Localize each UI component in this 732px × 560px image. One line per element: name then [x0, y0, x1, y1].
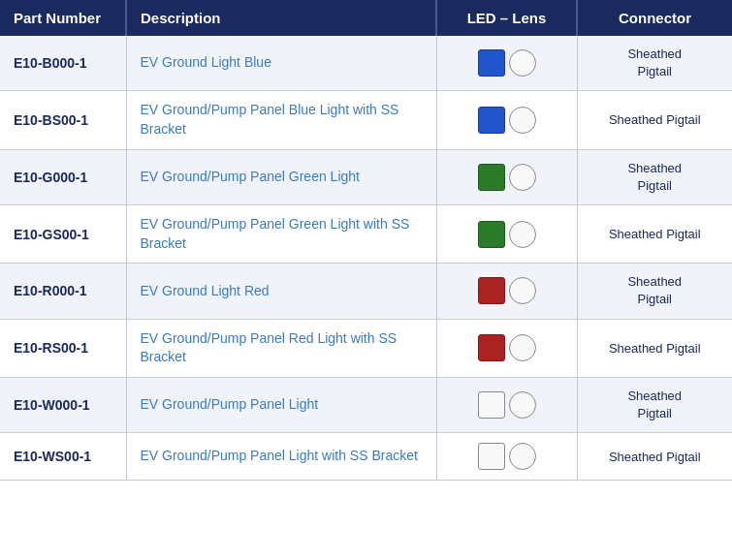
- led-icon: [478, 277, 505, 304]
- lens-icon: [509, 49, 536, 77]
- description-text: EV Ground Light Blue: [141, 54, 271, 70]
- led-icon: [478, 221, 505, 248]
- cell-description: EV Ground/Pump Panel Light with SS Brack…: [126, 433, 436, 481]
- cell-led-lens: [436, 264, 577, 319]
- cell-led-lens: [436, 319, 577, 377]
- lens-icon: [509, 221, 536, 248]
- cell-led-lens: [436, 91, 577, 149]
- led-icon: [478, 334, 505, 361]
- cell-connector: Sheathed Pigtail: [577, 204, 732, 263]
- cell-led-lens: [436, 36, 577, 91]
- col-header-led-lens: LED – Lens: [436, 0, 577, 36]
- led-icon: [478, 49, 505, 77]
- led-icon: [478, 107, 505, 134]
- cell-part-number: E10-WS00-1: [0, 433, 126, 481]
- lens-icon: [509, 277, 536, 304]
- part-number-text: E10-WS00-1: [14, 449, 91, 464]
- table-row: E10-GS00-1EV Ground/Pump Panel Green Lig…: [0, 204, 732, 263]
- part-number-text: E10-R000-1: [14, 283, 87, 298]
- cell-led-lens: [436, 204, 577, 263]
- led-icon: [478, 391, 505, 419]
- table-row: E10-BS00-1EV Ground/Pump Panel Blue Ligh…: [0, 91, 732, 149]
- connector-text: Pigtail: [638, 64, 672, 78]
- lens-icon: [509, 334, 536, 361]
- lens-icon: [509, 107, 536, 134]
- cell-description: EV Ground/Pump Panel Green Light: [126, 149, 436, 204]
- cell-part-number: E10-B000-1: [0, 36, 126, 91]
- led-icon: [478, 443, 505, 470]
- part-number-text: E10-B000-1: [14, 55, 87, 71]
- part-number-text: E10-G000-1: [14, 170, 87, 185]
- part-number-text: E10-RS00-1: [14, 340, 88, 356]
- description-text: EV Ground/Pump Panel Green Light: [141, 169, 360, 184]
- description-text: EV Ground/Pump Panel Blue Light with SS …: [141, 102, 399, 137]
- col-header-part-number: Part Number: [0, 0, 126, 36]
- product-table-container: Part Number Description LED – Lens Conne…: [0, 0, 732, 481]
- cell-connector: Sheathed Pigtail: [577, 91, 732, 149]
- part-number-text: E10-W000-1: [14, 397, 90, 413]
- connector-text: Sheathed: [627, 161, 682, 175]
- connector-text: Pigtail: [638, 178, 672, 193]
- cell-part-number: E10-BS00-1: [0, 91, 126, 149]
- cell-connector: SheathedPigtail: [577, 377, 732, 432]
- table-row: E10-W000-1EV Ground/Pump Panel LightShea…: [0, 377, 732, 432]
- part-number-text: E10-BS00-1: [14, 112, 88, 128]
- col-header-connector: Connector: [577, 0, 732, 36]
- description-text: EV Ground/Pump Panel Red Light with SS B…: [141, 330, 398, 365]
- cell-led-lens: [436, 377, 577, 432]
- cell-description: EV Ground/Pump Panel Red Light with SS B…: [126, 319, 436, 377]
- cell-connector: Sheathed Pigtail: [577, 433, 732, 481]
- cell-description: EV Ground Light Blue: [126, 36, 436, 91]
- table-row: E10-RS00-1EV Ground/Pump Panel Red Light…: [0, 319, 732, 377]
- part-number-text: E10-GS00-1: [14, 227, 89, 242]
- cell-description: EV Ground/Pump Panel Light: [126, 377, 436, 432]
- description-text: EV Ground/Pump Panel Light with SS Brack…: [141, 448, 418, 463]
- connector-text: Sheathed: [627, 389, 682, 403]
- table-row: E10-G000-1EV Ground/Pump Panel Green Lig…: [0, 149, 732, 204]
- cell-led-lens: [436, 433, 577, 481]
- cell-led-lens: [436, 149, 577, 204]
- lens-icon: [509, 164, 536, 191]
- table-header-row: Part Number Description LED – Lens Conne…: [0, 0, 732, 36]
- lens-icon: [509, 443, 536, 470]
- cell-part-number: E10-RS00-1: [0, 319, 126, 377]
- cell-connector: Sheathed Pigtail: [577, 319, 732, 377]
- description-text: EV Ground/Pump Panel Green Light with SS…: [141, 216, 410, 251]
- description-text: EV Ground Light Red: [141, 283, 270, 298]
- cell-connector: SheathedPigtail: [577, 36, 732, 91]
- cell-part-number: E10-GS00-1: [0, 204, 126, 263]
- connector-text: Pigtail: [638, 406, 672, 420]
- table-row: E10-B000-1EV Ground Light BlueSheathedPi…: [0, 36, 732, 91]
- cell-connector: SheathedPigtail: [577, 149, 732, 204]
- lens-icon: [509, 391, 536, 419]
- connector-text: Pigtail: [638, 292, 672, 306]
- cell-connector: SheathedPigtail: [577, 264, 732, 319]
- cell-description: EV Ground/Pump Panel Green Light with SS…: [126, 204, 436, 263]
- description-text: EV Ground/Pump Panel Light: [141, 396, 319, 412]
- table-row: E10-WS00-1EV Ground/Pump Panel Light wit…: [0, 433, 732, 481]
- cell-part-number: E10-G000-1: [0, 149, 126, 204]
- cell-part-number: E10-W000-1: [0, 377, 126, 432]
- connector-text: Sheathed: [627, 274, 682, 289]
- cell-part-number: E10-R000-1: [0, 264, 126, 319]
- table-row: E10-R000-1EV Ground Light RedSheathedPig…: [0, 264, 732, 319]
- cell-description: EV Ground/Pump Panel Blue Light with SS …: [126, 91, 436, 149]
- cell-description: EV Ground Light Red: [126, 264, 436, 319]
- led-icon: [478, 164, 505, 191]
- product-table: Part Number Description LED – Lens Conne…: [0, 0, 732, 481]
- col-header-description: Description: [126, 0, 436, 36]
- connector-text: Sheathed: [627, 47, 682, 61]
